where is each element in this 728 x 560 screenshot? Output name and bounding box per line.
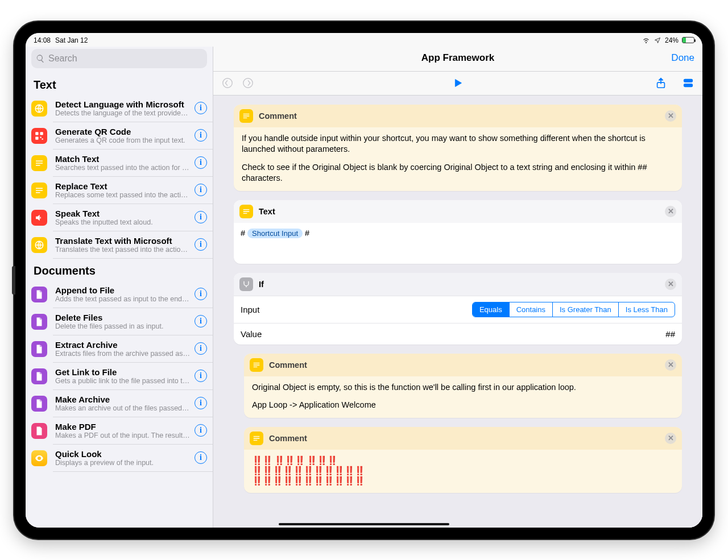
comment-text: ‼️‼️ ‼️‼️‼️ ‼️‼️‼️ xyxy=(252,455,674,466)
if-value[interactable]: ## xyxy=(665,329,675,339)
svg-point-13 xyxy=(689,85,690,86)
svg-rect-11 xyxy=(684,84,693,87)
action-subtitle: Extracts files from the archive passed a… xyxy=(55,350,190,358)
delete-action-icon[interactable]: ✕ xyxy=(665,359,676,371)
if-input-label: Input xyxy=(241,305,259,314)
ipad-frame: 14:08 Sat Jan 12 24% Search xyxy=(14,22,714,539)
home-indicator[interactable] xyxy=(279,523,449,525)
info-button[interactable]: i xyxy=(195,184,207,196)
if-action[interactable]: If ✕ Input Equals Contains Is Greater Th… xyxy=(234,273,682,345)
info-button[interactable]: i xyxy=(195,370,207,382)
comment-action-1[interactable]: Comment ✕ If you handle outside input wi… xyxy=(234,105,682,191)
info-button[interactable]: i xyxy=(195,129,207,142)
seg-equals[interactable]: Equals xyxy=(473,302,509,317)
text-action-item[interactable]: Replace TextReplaces some text passed in… xyxy=(53,177,213,204)
play-button[interactable] xyxy=(449,74,466,92)
section-text: Text xyxy=(26,73,213,95)
text-suffix: # xyxy=(303,229,309,238)
comment-text: Check to see if the Original Object is b… xyxy=(242,162,674,184)
info-button[interactable]: i xyxy=(195,288,207,300)
status-date: Sat Jan 12 xyxy=(55,36,88,44)
text-action[interactable]: Text ✕ # Shortcut Input # xyxy=(234,200,682,264)
action-icon xyxy=(31,237,47,253)
action-icon xyxy=(31,128,47,144)
action-subtitle: Detects the language of the text provide… xyxy=(55,109,190,117)
comment-text: ‼️‼️‼️‼️‼️‼️‼️‼️‼️‼️‼️ xyxy=(252,476,674,486)
search-input[interactable]: Search xyxy=(31,49,207,68)
doc-action-item[interactable]: Make PDFMakes a PDF out of the input. Th… xyxy=(53,417,213,445)
seg-contains[interactable]: Contains xyxy=(509,302,552,317)
comment-action-3[interactable]: Comment ✕ ‼️‼️ ‼️‼️‼️ ‼️‼️‼️ ‼️‼️‼️‼️‼️‼… xyxy=(244,427,682,493)
svg-rect-10 xyxy=(684,80,693,82)
doc-action-item[interactable]: Delete FilesDelete the files passed in a… xyxy=(53,308,213,335)
seg-less[interactable]: Is Less Than xyxy=(618,302,675,317)
svg-rect-2 xyxy=(40,132,43,135)
comment-text: If you handle outside input within your … xyxy=(242,133,674,155)
action-title: Get Link to File xyxy=(55,367,190,377)
text-action-item[interactable]: Translate Text with MicrosoftTranslates … xyxy=(53,231,213,259)
section-documents: Documents xyxy=(26,259,213,281)
info-button[interactable]: i xyxy=(195,156,207,169)
undo-button[interactable] xyxy=(219,74,236,92)
delete-action-icon[interactable]: ✕ xyxy=(665,110,676,122)
comment-action-2[interactable]: Comment ✕ Original Object is empty, so t… xyxy=(244,354,682,418)
settings-button[interactable] xyxy=(680,74,697,92)
editor-pane: App Framework Done xyxy=(213,45,702,528)
svg-rect-4 xyxy=(40,136,42,138)
action-subtitle: Makes a PDF out of the input. The result… xyxy=(55,432,190,439)
text-action-item[interactable]: Match TextSearches text passed into the … xyxy=(53,150,213,177)
text-label: Text xyxy=(259,207,275,216)
doc-action-item[interactable]: Append to FileAdds the text passed as in… xyxy=(53,281,213,308)
battery-icon xyxy=(682,37,694,43)
action-subtitle: Displays a preview of the input. xyxy=(55,459,190,467)
info-button[interactable]: i xyxy=(195,342,207,355)
action-title: Detect Language with Microsoft xyxy=(55,99,190,109)
comment-label: Comment xyxy=(259,111,297,121)
workflow-canvas[interactable]: Comment ✕ If you handle outside input wi… xyxy=(213,96,702,528)
redo-button[interactable] xyxy=(239,74,257,92)
action-icon xyxy=(31,314,47,330)
location-icon xyxy=(653,37,661,44)
if-condition-segmented[interactable]: Equals Contains Is Greater Than Is Less … xyxy=(472,302,675,317)
action-title: Match Text xyxy=(55,154,190,164)
action-icon xyxy=(31,210,47,226)
info-button[interactable]: i xyxy=(195,211,207,223)
comment-text: Original Object is empty, so this is the… xyxy=(252,382,674,393)
status-time: 14:08 xyxy=(34,36,51,44)
editor-navbar: App Framework Done xyxy=(213,45,702,72)
magic-variable-token[interactable]: Shortcut Input xyxy=(247,229,303,238)
info-button[interactable]: i xyxy=(195,102,207,114)
doc-action-item[interactable]: Extract ArchiveExtracts files from the a… xyxy=(53,335,213,363)
doc-action-item[interactable]: Quick LookDisplays a preview of the inpu… xyxy=(53,445,213,472)
info-button[interactable]: i xyxy=(195,451,207,464)
text-action-item[interactable]: Detect Language with MicrosoftDetects th… xyxy=(53,95,213,122)
info-button[interactable]: i xyxy=(195,397,207,409)
done-button[interactable]: Done xyxy=(671,52,694,64)
text-action-body[interactable]: # Shortcut Input # xyxy=(234,223,682,264)
info-button[interactable]: i xyxy=(195,238,207,251)
wifi-icon xyxy=(642,37,650,44)
action-subtitle: Delete the files passed in as input. xyxy=(55,322,190,330)
doc-action-item[interactable]: Make ArchiveMakes an archive out of the … xyxy=(53,390,213,417)
doc-action-item[interactable]: Get Link to FileGets a public link to th… xyxy=(53,363,213,390)
share-button[interactable] xyxy=(652,74,669,92)
action-icon xyxy=(31,396,47,412)
svg-point-8 xyxy=(243,78,253,88)
info-button[interactable]: i xyxy=(195,424,207,437)
text-action-item[interactable]: Speak TextSpeaks the inputted text aloud… xyxy=(53,204,213,231)
action-title: Make PDF xyxy=(55,422,190,432)
action-icon xyxy=(31,101,47,117)
delete-action-icon[interactable]: ✕ xyxy=(665,206,676,217)
delete-action-icon[interactable]: ✕ xyxy=(665,433,676,444)
comment-text: App Loop -> Application Welcome xyxy=(252,400,674,411)
seg-greater[interactable]: Is Greater Than xyxy=(552,302,618,317)
comment-label: Comment xyxy=(269,434,307,443)
text-action-item[interactable]: Generate QR CodeGenerates a QR code from… xyxy=(53,122,213,150)
if-value-label: Value xyxy=(241,329,262,339)
action-title: Speak Text xyxy=(55,209,190,218)
info-button[interactable]: i xyxy=(195,315,207,327)
action-icon xyxy=(31,368,47,384)
status-bar: 14:08 Sat Jan 12 24% xyxy=(26,33,702,47)
action-subtitle: Searches text passed into the action for… xyxy=(55,164,190,172)
delete-action-icon[interactable]: ✕ xyxy=(665,279,676,290)
